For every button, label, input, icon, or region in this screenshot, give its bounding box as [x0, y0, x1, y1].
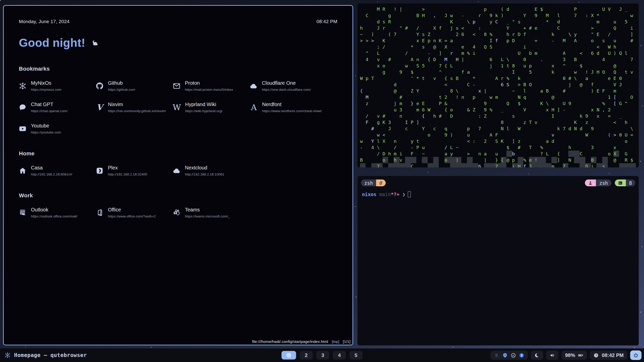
matrix-row: CgBH,Jw-r9k)Y9Ml7:X*w: [360, 12, 639, 19]
tmux-pane-pill: 8: [615, 179, 635, 186]
matrix-row: /v#n{h#D:ZsIk9x=_: [360, 113, 639, 119]
battery-module[interactable]: 98%: [561, 351, 587, 360]
tmux-session-pill[interactable]: zsh 0: [361, 179, 386, 186]
section-bookmarks: BookmarksMyNixOshttps://mynixos.comGithu…: [19, 66, 337, 134]
moon-cloud-icon: [89, 39, 102, 47]
system-tray[interactable]: [491, 351, 528, 360]
bookmark-name: Teams: [185, 207, 230, 213]
bookmark-name: Proton: [185, 80, 233, 86]
matrix-row: d<C-6S>BOj@fVJ: [360, 81, 639, 88]
bookmark-name: Nerdfont: [262, 102, 321, 107]
bookmark-item[interactable]: Casahttp://192.168.2.16:8081/#/: [19, 165, 89, 176]
startpage-clock: 08:42 PM: [316, 19, 337, 24]
bookmark-url: https://youtube.com: [31, 130, 61, 134]
section-title: Bookmarks: [19, 66, 337, 72]
bookmark-name: Hyprland Wiki: [185, 102, 222, 107]
wikipedia-w-icon: W: [173, 104, 181, 111]
bookmark-item[interactable]: Chat GPThttps://chat.openai.com/: [19, 102, 89, 113]
bluetooth-icon[interactable]: [519, 353, 524, 358]
prompt-git-branch: main: [379, 192, 391, 197]
bookmark-item[interactable]: Youtubehttps://youtube.com: [19, 123, 89, 134]
shell-terminal-window[interactable]: zsh 0 zsh 8 nixos main*?+❯: [357, 176, 639, 345]
startpage: Monday, June 17, 2024 08:42 PM Good nigh…: [4, 6, 352, 218]
terminal-cursor: [408, 191, 411, 197]
bookmark-url: https://mynixos.com: [31, 88, 61, 92]
bookmark-url: https://outlook.office.com/mail/: [31, 214, 77, 218]
bookmark-item[interactable]: Githubhttps://github.com: [96, 80, 166, 92]
power-icon: [633, 353, 638, 358]
bookmark-url: https://wiki.hyprland.org/: [185, 109, 222, 113]
network-arrows-icon[interactable]: [494, 353, 499, 358]
bookmark-item[interactable]: VNixvimhttps://nix-community.github.io/n…: [96, 102, 166, 113]
active-workspace-indicator: [287, 353, 291, 357]
volume-module[interactable]: [546, 351, 558, 360]
waybar-window-title-module: Homepage — qutebrowser: [3, 352, 87, 358]
bookmark-item[interactable]: MyNixOshttps://mynixos.com: [19, 80, 89, 92]
teams-icon: [173, 209, 180, 216]
person-icon: [585, 179, 596, 186]
matrix-row: zjm}eEP&9Q$K\U9%[G^: [360, 100, 639, 107]
bookmark-item[interactable]: WHyprland Wikihttps://wiki.hyprland.org/: [173, 102, 243, 113]
greeting-text: Good night!: [19, 36, 85, 50]
matrix-terminal-window[interactable]: MR!|>p(dE$PUVJ_CgBH,Jw-r9k)Y9Ml7:X*wdsRK…: [357, 4, 639, 167]
shell-prompt[interactable]: nixos main*?+❯: [362, 191, 639, 197]
workspace-2[interactable]: 2: [300, 351, 313, 359]
moon-icon: [534, 353, 540, 358]
matrix-row: MR!|>p(dE$PUVJ_: [360, 6, 639, 12]
matrix-row: w<o9)uAFvW(>0U=: [360, 132, 639, 138]
bookmark-item[interactable]: Officehttps://www.office.com/?auth=2: [96, 207, 166, 218]
bookmark-url: https://mail.proton.me/u/0/inbox: [185, 88, 233, 92]
matrix-row: hJr"#/Xfjs<:Y+#eC>Qi: [360, 25, 639, 31]
bookmark-item[interactable]: ANerdfonthttps://www.nerdfonts.com/cheat…: [250, 102, 321, 113]
bookmark-item[interactable]: Cloudflare Onehttps://one.dash.cloudflar…: [250, 80, 320, 92]
matrix-row: FgK3IP]8zTvKz<h: [360, 119, 639, 125]
workspace-1[interactable]: [281, 351, 296, 359]
matrix-row: wYlXnyt<:2SK]zado: [360, 138, 639, 144]
battery-charging-icon: [578, 353, 583, 358]
waybar: Homepage — qutebrowser 2345 98% 08:42 PM: [0, 348, 644, 362]
matrix-row: ;/*s@Xe4QSi<Wh: [360, 44, 639, 50]
section-home: HomeCasahttp://192.168.2.16:8081/#/Plexh…: [19, 150, 337, 176]
matrix-row: M#t2!npwmNq@1[O: [360, 94, 639, 100]
bookmark-url: https://teams.microsoft.com/_: [185, 214, 230, 218]
house-icon: [19, 167, 26, 174]
bookmark-item[interactable]: Protonhttps://mail.proton.me/u/0/inbox: [173, 80, 243, 92]
startpage-date: Monday, June 17, 2024: [19, 19, 69, 24]
workspace-5[interactable]: 5: [349, 351, 363, 359]
workspace-4[interactable]: 4: [333, 351, 346, 359]
bookmark-name: Nextcloud: [185, 165, 224, 171]
waybar-window-title: Homepage — qutebrowser: [14, 352, 87, 358]
matrix-row: g9$"faI5kw!JHOQtv: [360, 69, 639, 75]
tmux-window-index: 0: [376, 179, 385, 186]
check-circle-icon[interactable]: [511, 353, 516, 358]
bookmark-name: MyNixOs: [31, 80, 61, 86]
office-icon: [96, 209, 103, 216]
bookmark-name: Youtube: [31, 123, 61, 129]
cloud-icon: [250, 82, 257, 90]
prompt-symbol: ❯: [403, 192, 405, 197]
matrix-row: WpT'*tv{sB*Ar%k0#\aeE0: [360, 75, 639, 81]
bookmark-item[interactable]: Outlookhttps://outlook.office.com/mail/: [19, 207, 89, 218]
chat-bubble-icon: [19, 104, 26, 111]
bookmark-item[interactable]: Teamshttps://teams.microsoft.com/_: [173, 207, 243, 218]
bookmark-item[interactable]: Nextcloudhttp://192.168.2.16:10081: [173, 165, 243, 176]
bookmark-item[interactable]: Plexhttp://192.168.2.16:32400: [96, 165, 166, 176]
bookmark-name: Office: [108, 207, 156, 213]
plex-icon: [96, 167, 103, 174]
battery-percent: 98%: [565, 352, 575, 358]
greeting: Good night!: [19, 36, 337, 50]
power-button[interactable]: [630, 350, 641, 360]
matrix-rain: MR!|>p(dE$PUVJ_CgBH,Jw-r9k)Y9Ml7:X*wdsRK…: [360, 6, 639, 167]
workspace-3[interactable]: 3: [316, 351, 329, 359]
matrix-row: 7C67iHfJmZDis: [360, 163, 639, 167]
night-light-toggle[interactable]: [531, 351, 543, 360]
volume-icon: [550, 353, 555, 358]
mail-icon: [173, 82, 180, 90]
matrix-row: ^L/-]rm%iUbmA<6dU)Ql: [360, 50, 639, 56]
waybar-right-modules: 98% 08:42 PM: [491, 350, 641, 360]
qutebrowser-window[interactable]: Monday, June 17, 2024 08:42 PM Good nigh…: [3, 5, 353, 345]
matrix-row: Bohvo)|}{@p%e!]N0@R$: [360, 157, 639, 163]
bookmark-url: http://192.168.2.16:8081/#/: [31, 172, 72, 176]
shield-icon[interactable]: [502, 353, 508, 358]
clock-module[interactable]: 08:42 PM: [590, 351, 627, 360]
